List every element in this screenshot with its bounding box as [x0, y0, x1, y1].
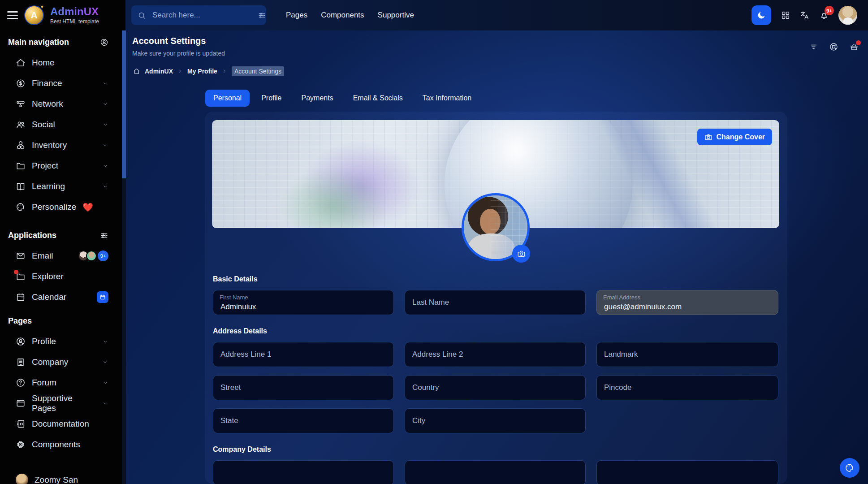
chevron-right-icon: [222, 69, 227, 74]
sidebar-scrollbar[interactable]: [122, 30, 126, 484]
breadcrumb: AdminUX My Profile Account Settings: [133, 66, 284, 76]
moon-icon: [756, 10, 766, 20]
tab-payments[interactable]: Payments: [294, 90, 341, 107]
chevron-down-icon: [102, 142, 108, 148]
sidebar-item-project[interactable]: Project: [0, 156, 122, 176]
sidebar-item-home[interactable]: Home: [0, 52, 122, 73]
filter-sliders-icon[interactable]: [100, 231, 108, 240]
pincode-field[interactable]: [596, 375, 778, 400]
country-field[interactable]: [405, 375, 586, 400]
funnel-filter-icon[interactable]: [809, 42, 818, 52]
nav-pages[interactable]: Pages: [286, 11, 307, 20]
city-input[interactable]: [411, 416, 579, 426]
search-filter-icon[interactable]: [258, 11, 266, 20]
apps-grid-icon[interactable]: [781, 10, 790, 20]
app-tagline: Best HTML template: [50, 18, 99, 25]
topbar: Pages Components Supportive 9+: [125, 0, 868, 30]
breadcrumb-my-profile[interactable]: My Profile: [187, 68, 217, 75]
sidebar-item-profile[interactable]: Profile: [0, 331, 122, 352]
state-input[interactable]: [220, 416, 387, 426]
notification-dot: [14, 270, 18, 274]
users-icon: [16, 120, 26, 130]
user-circle-icon[interactable]: [100, 38, 108, 47]
dollar-circle-icon: [16, 78, 26, 88]
tab-tax-information[interactable]: Tax Information: [415, 90, 479, 107]
landmark-field[interactable]: [596, 342, 778, 367]
pincode-input[interactable]: [603, 383, 772, 393]
tab-personal[interactable]: Personal: [205, 90, 250, 107]
company-field-1[interactable]: [213, 460, 394, 484]
hamburger-menu-icon[interactable]: [7, 11, 18, 19]
chevron-down-icon: [102, 163, 108, 169]
sidebar-item-personalize[interactable]: Personalize ❤️: [0, 197, 122, 217]
section-main-navigation: Main navigation: [0, 32, 122, 52]
last-name-field[interactable]: [405, 290, 586, 315]
address-line-2-input[interactable]: [411, 350, 579, 359]
breadcrumb-adminux[interactable]: AdminUX: [145, 68, 173, 75]
street-field[interactable]: [213, 375, 394, 400]
state-field[interactable]: [213, 408, 394, 433]
sidebar-item-forum[interactable]: Forum: [0, 372, 122, 393]
sidebar-item-social[interactable]: Social: [0, 114, 122, 135]
company-field-2[interactable]: [405, 460, 586, 484]
question-circle-icon: [16, 378, 26, 388]
address-line-1-input[interactable]: [220, 350, 387, 359]
street-input[interactable]: [220, 383, 387, 393]
email-input: [603, 302, 772, 312]
sidebar-item-network[interactable]: Network: [0, 94, 122, 114]
app-logo-text[interactable]: AdminUX Best HTML template: [50, 6, 99, 25]
sidebar-item-components[interactable]: Components: [0, 434, 122, 455]
basket-icon[interactable]: [849, 42, 859, 52]
notification-count-badge: 9+: [825, 6, 834, 15]
theme-customizer-button[interactable]: [840, 458, 859, 478]
nav-components[interactable]: Components: [321, 11, 364, 20]
chip-icon: [16, 440, 26, 449]
chevron-down-icon: [102, 359, 108, 365]
search-input[interactable]: [151, 10, 252, 20]
palette-icon: [845, 463, 855, 473]
sidebar-item-documentation[interactable]: Documentation: [0, 414, 122, 434]
company-field-3[interactable]: [596, 460, 778, 484]
heart-icon: ❤️: [82, 202, 93, 212]
help-lifebuoy-icon[interactable]: [829, 42, 838, 52]
first-name-field[interactable]: First Name: [213, 290, 394, 315]
country-input[interactable]: [411, 383, 579, 393]
address-line-2-field[interactable]: [405, 342, 586, 367]
search-bar[interactable]: [131, 5, 266, 25]
sidebar-item-learning[interactable]: Learning: [0, 176, 122, 197]
change-cover-button[interactable]: Change Cover: [697, 129, 772, 145]
boxes-icon: [16, 140, 26, 150]
tab-email-socials[interactable]: Email & Socials: [345, 90, 411, 107]
sidebar-item-supportive-pages[interactable]: Supportive Pages: [0, 393, 122, 414]
change-avatar-button[interactable]: [512, 245, 530, 263]
profile-avatar[interactable]: [462, 193, 530, 261]
translate-icon[interactable]: [800, 10, 810, 20]
address-line-1-field[interactable]: [213, 342, 394, 367]
city-field[interactable]: [405, 408, 586, 433]
dark-mode-toggle[interactable]: [751, 5, 771, 25]
sidebar-item-explorer[interactable]: Explorer: [0, 266, 122, 287]
first-name-input[interactable]: [220, 302, 387, 312]
landmark-input[interactable]: [603, 350, 772, 359]
chevron-down-icon: [102, 183, 108, 190]
sidebar-item-email[interactable]: Email 9+: [0, 246, 122, 266]
section-pages: Pages: [0, 311, 122, 331]
last-name-input[interactable]: [411, 298, 579, 307]
home-icon[interactable]: [133, 68, 140, 75]
sidebar-item-finance[interactable]: Finance: [0, 73, 122, 94]
code-book-icon: [16, 419, 26, 429]
sidebar-item-company[interactable]: Company: [0, 352, 122, 372]
sidebar-item-inventory[interactable]: Email Inventory: [0, 135, 122, 156]
calendar-badge-icon[interactable]: [97, 291, 108, 303]
page-header: Account Settings Make sure your profile …: [132, 36, 225, 57]
app-logo-icon[interactable]: A: [24, 5, 44, 25]
notification-dot: [856, 40, 861, 45]
user-avatar[interactable]: [838, 6, 857, 25]
tab-profile[interactable]: Profile: [253, 90, 289, 107]
app-name: AdminUX: [50, 6, 99, 17]
sidebar-item-calendar[interactable]: Calendar: [0, 287, 122, 307]
notifications-bell-icon[interactable]: 9+: [819, 10, 829, 20]
nav-supportive[interactable]: Supportive: [378, 11, 414, 20]
tab-bar: Personal Profile Payments Email & Social…: [205, 90, 479, 107]
sidebar-bottom-user[interactable]: Zoomy San: [0, 470, 122, 484]
